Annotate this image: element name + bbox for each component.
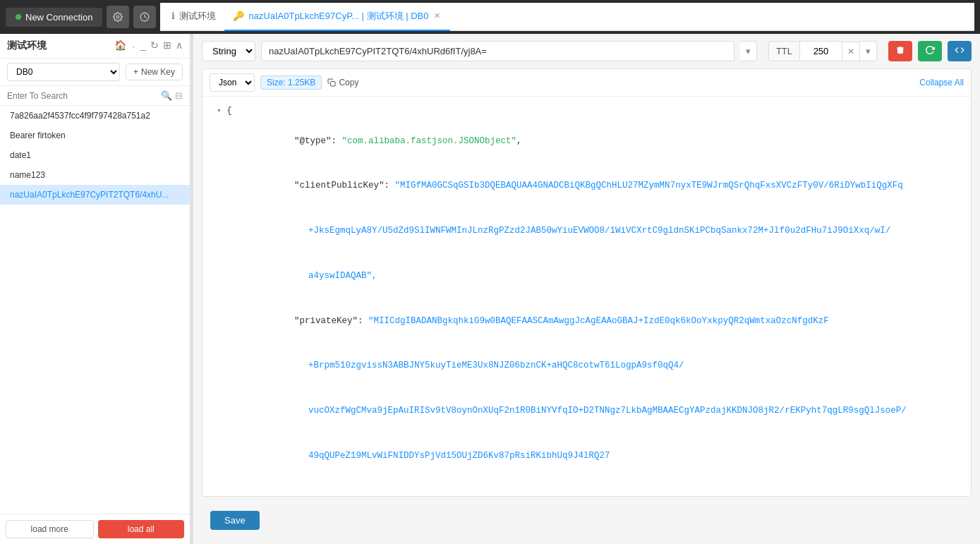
key-name-chevron-icon[interactable]: ▾ bbox=[740, 41, 757, 61]
settings-icon-button[interactable] bbox=[107, 6, 129, 28]
new-connection-button[interactable]: New Connection bbox=[6, 8, 102, 27]
search-input[interactable] bbox=[7, 91, 158, 101]
refresh-icon[interactable]: ↻ bbox=[150, 40, 159, 52]
tab-key-close-icon[interactable]: ✕ bbox=[432, 10, 442, 22]
list-view-icon[interactable]: ⊟ bbox=[175, 90, 183, 101]
list-item[interactable]: 7a826aa2f4537fcc4f9f797428a751a2 bbox=[0, 106, 190, 126]
json-value: vucOXzfWgCMva9jEpAuIRISv9tV8oynOnXUqF2n1… bbox=[308, 406, 907, 416]
tab-key[interactable]: 🔑 nazUaIA0TpLkchE97CyP... | 测试环境 | DB0 ✕ bbox=[224, 3, 450, 31]
sidebar-title: 测试环境 bbox=[7, 40, 47, 52]
svg-point-0 bbox=[117, 16, 120, 18]
search-icon[interactable]: 🔍 bbox=[161, 90, 172, 101]
tab-key-label: nazUaIA0TpLkchE97CyP... | 测试环境 | DB0 bbox=[248, 10, 428, 23]
json-line: ▾ { bbox=[217, 104, 957, 119]
home-icon[interactable]: 🏠 bbox=[114, 40, 126, 52]
top-bar: New Connection ℹ 测试环境 🔑 nazUaIA0TpLkchE9… bbox=[0, 0, 980, 34]
sidebar-header-icons: 🏠 ﹅_ ↻ ⊞ ∧ bbox=[114, 40, 183, 52]
list-item[interactable]: date1 bbox=[0, 145, 190, 165]
terminal-icon[interactable]: ﹅_ bbox=[131, 40, 146, 52]
ttl-chevron-icon[interactable]: ▾ bbox=[860, 41, 877, 61]
sidebar-footer: load more load all bbox=[0, 514, 190, 544]
json-line: +z8e86su71CHvbiMSTp1LlvR3qNAG0RogIMeHp7Q… bbox=[231, 478, 957, 496]
tab-env-icon: ℹ bbox=[171, 11, 175, 21]
sidebar-controls: DB0 + New Key bbox=[0, 59, 190, 86]
tab-env-label: 测试环境 bbox=[179, 10, 216, 23]
load-more-button[interactable]: load more bbox=[6, 520, 94, 538]
svg-rect-2 bbox=[331, 82, 336, 87]
json-line: 49qQUPeZ19MLvWiFNIDDYsPjVd15OUjZD6Kv87pR… bbox=[231, 434, 957, 479]
json-value: a4yswIDAQAB", bbox=[308, 271, 377, 281]
json-value: +z8e86su71CHvbiMSTp1LlvR3qNAG0RogIMeHp7Q… bbox=[308, 496, 943, 497]
sidebar-header: 测试环境 🏠 ﹅_ ↻ ⊞ ∧ bbox=[0, 34, 190, 59]
json-viewer: ▾ { "@type": "com.alibaba.fastjson.JSONO… bbox=[202, 97, 971, 496]
sidebar: 测试环境 🏠 ﹅_ ↻ ⊞ ∧ DB0 + New Key 🔍 ⊟ bbox=[0, 34, 190, 544]
format-select[interactable]: Json bbox=[210, 73, 255, 92]
new-key-label: New Key bbox=[141, 67, 175, 77]
ttl-label: TTL bbox=[768, 41, 800, 61]
grid-icon[interactable]: ⊞ bbox=[163, 40, 171, 52]
list-item-active[interactable]: nazUaIA0TpLkchE97CyPIT2TQT6/4xhU... bbox=[0, 185, 190, 205]
json-key: "@type" bbox=[294, 136, 332, 146]
ttl-group: TTL ✕ ▾ bbox=[768, 41, 877, 61]
new-key-button[interactable]: + New Key bbox=[126, 64, 183, 80]
load-all-button[interactable]: load all bbox=[98, 520, 185, 538]
code-view-button[interactable] bbox=[948, 41, 972, 61]
size-badge: Size: 1.25KB bbox=[260, 75, 322, 90]
collapse-icon[interactable]: ∧ bbox=[176, 40, 183, 52]
json-value: "MIICdgIBADANBgkqhkiG9w0BAQEFAASCAmAwggJ… bbox=[368, 316, 829, 326]
json-key: "clientPublicKey" bbox=[294, 181, 385, 191]
new-connection-label: New Connection bbox=[25, 12, 92, 23]
clock-icon-button[interactable] bbox=[133, 6, 156, 28]
db-select[interactable]: DB0 bbox=[7, 63, 120, 81]
json-value: "com.alibaba.fastjson.JSONObject" bbox=[342, 136, 517, 146]
json-body: "@type": "com.alibaba.fastjson.JSONObjec… bbox=[217, 119, 957, 496]
json-line: "@type": "com.alibaba.fastjson.JSONObjec… bbox=[231, 119, 957, 164]
connection-status-dot bbox=[16, 14, 21, 20]
collapse-all-button[interactable]: Collapse All bbox=[919, 78, 964, 87]
new-key-plus-icon: + bbox=[133, 67, 138, 77]
ttl-clear-icon[interactable]: ✕ bbox=[842, 42, 860, 61]
copy-label: Copy bbox=[339, 78, 358, 87]
list-item[interactable]: name123 bbox=[0, 165, 190, 185]
json-value: +JksEgmqLyA8Y/U5dZd9SlIWNFWMInJLnzRgPZzd… bbox=[308, 226, 890, 236]
delete-button[interactable] bbox=[888, 41, 912, 61]
collapse-toggle-icon[interactable]: ▾ bbox=[217, 107, 222, 115]
json-key: "privateKey" bbox=[294, 316, 358, 326]
json-line: vucOXzfWgCMva9jEpAuIRISv9tV8oynOnXUqF2n1… bbox=[231, 389, 957, 434]
key-name-input[interactable] bbox=[261, 41, 734, 61]
search-bar: 🔍 ⊟ bbox=[0, 86, 190, 106]
copy-button[interactable]: Copy bbox=[327, 78, 358, 87]
tab-bar: ℹ 测试环境 🔑 nazUaIA0TpLkchE97CyP... | 测试环境 … bbox=[160, 3, 974, 31]
key-type-select[interactable]: String bbox=[202, 41, 255, 61]
value-editor: Json Size: 1.25KB Copy Collapse All ▾ { … bbox=[202, 68, 972, 497]
save-button[interactable]: Save bbox=[210, 511, 260, 530]
ttl-input[interactable] bbox=[800, 41, 842, 61]
main-layout: 测试环境 🏠 ﹅_ ↻ ⊞ ∧ DB0 + New Key 🔍 ⊟ bbox=[0, 34, 980, 544]
key-toolbar: String ▾ TTL ✕ ▾ bbox=[193, 34, 980, 68]
value-toolbar: Json Size: 1.25KB Copy Collapse All bbox=[202, 69, 971, 97]
key-list: 7a826aa2f4537fcc4f9f797428a751a2 Bearer … bbox=[0, 106, 190, 514]
json-line: "clientPublicKey": "MIGfMA0GCSqGSIb3DQEB… bbox=[231, 164, 957, 209]
json-line: +JksEgmqLyA8Y/U5dZd9SlIWNFWMInJLnzRgPZzd… bbox=[231, 209, 957, 254]
list-item[interactable]: Bearer firtoken bbox=[0, 126, 190, 145]
json-value: +Brpm510zgvissN3ABBJNY5kuyTieME3Ux8NJZ06… bbox=[308, 361, 684, 370]
content-area: String ▾ TTL ✕ ▾ bbox=[193, 34, 980, 544]
tab-key-icon: 🔑 bbox=[233, 11, 244, 21]
tab-env[interactable]: ℹ 测试环境 bbox=[163, 3, 224, 31]
json-line: a4yswIDAQAB", bbox=[231, 254, 957, 299]
refresh-button[interactable] bbox=[918, 41, 942, 61]
json-line: +Brpm510zgvissN3ABBJNY5kuyTieME3Ux8NJZ06… bbox=[231, 344, 957, 389]
save-section: Save bbox=[193, 497, 980, 544]
json-line: "privateKey": "MIICdgIBADANBgkqhkiG9w0BA… bbox=[231, 298, 957, 344]
json-value: 49qQUPeZ19MLvWiFNIDDYsPjVd15OUjZD6Kv87pR… bbox=[308, 451, 610, 461]
json-value: "MIGfMA0GCSqGSIb3DQEBAQUAA4GNADCBiQKBgQC… bbox=[395, 181, 903, 191]
